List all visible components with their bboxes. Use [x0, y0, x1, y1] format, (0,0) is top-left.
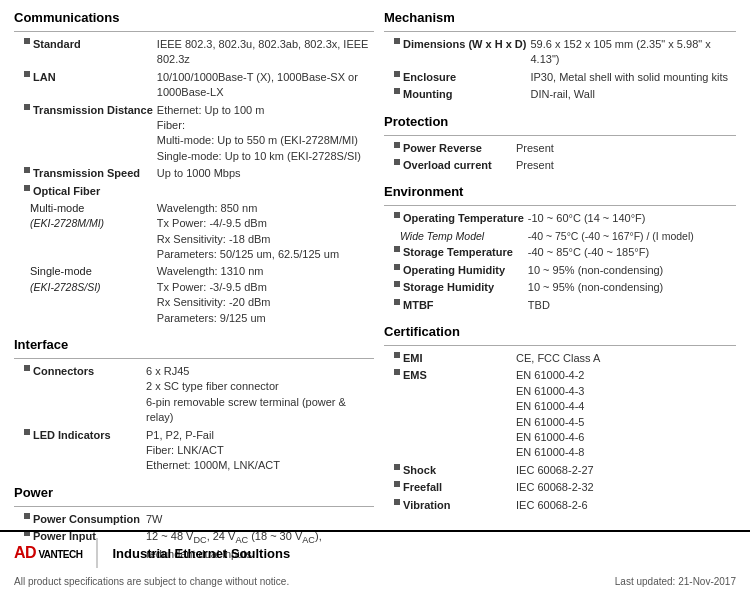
bullet-icon — [394, 481, 400, 487]
label-freefall: Freefall — [384, 479, 514, 496]
section-title-communications: Communications — [14, 10, 374, 25]
value-optical-fiber — [155, 183, 374, 200]
left-column: Communications Standard IEEE 802.3, 802.… — [14, 10, 374, 568]
table-row: Transmission Distance Ethernet: Up to 10… — [14, 102, 374, 166]
value-wide-temp: -40 ~ 75°C (-40 ~ 167°F) / (I model) — [526, 228, 736, 245]
table-row: Enclosure IP30, Metal shell with solid m… — [384, 69, 736, 86]
value-storage-temp: -40 ~ 85°C (-40 ~ 185°F) — [526, 244, 736, 261]
label-lan: LAN — [14, 69, 155, 102]
logo-vantech: VANTECH — [36, 549, 82, 560]
label-operating-temp: Operating Temperature — [384, 210, 526, 227]
value-power-reverse: Present — [514, 140, 736, 157]
value-lan: 10/100/1000Base-T (X), 1000Base-SX or 10… — [155, 69, 374, 102]
footer-title: Industrial Ethernet Soultions — [112, 546, 290, 561]
section-title-mechanism: Mechanism — [384, 10, 736, 25]
value-mtbf: TBD — [526, 297, 736, 314]
bullet-icon — [394, 352, 400, 358]
section-title-certification: Certification — [384, 324, 736, 339]
label-power-reverse: Power Reverse — [384, 140, 514, 157]
bullet-icon — [24, 38, 30, 44]
table-row: Operating Temperature -10 ~ 60°C (14 ~ 1… — [384, 210, 736, 227]
label-storage-temp: Storage Temperature — [384, 244, 526, 261]
table-row: Vibration IEC 60068-2-6 — [384, 497, 736, 514]
table-row: Storage Humidity 10 ~ 95% (non-condensin… — [384, 279, 736, 296]
bullet-icon — [394, 142, 400, 148]
label-multimode: Multi-mode (EKI-2728M/MI) — [14, 200, 155, 264]
table-row: EMI CE, FCC Class A — [384, 350, 736, 367]
right-column: Mechanism Dimensions (W x H x D) 59.6 x … — [384, 10, 736, 568]
communications-table: Standard IEEE 802.3, 802.3u, 802.3ab, 80… — [14, 36, 374, 327]
table-row: Storage Temperature -40 ~ 85°C (-40 ~ 18… — [384, 244, 736, 261]
bullet-icon — [394, 299, 400, 305]
table-row-multimode: Multi-mode (EKI-2728M/MI) Wavelength: 85… — [14, 200, 374, 264]
value-dimensions: 59.6 x 152 x 105 mm (2.35" x 5.98" x 4.1… — [528, 36, 736, 69]
label-mounting: Mounting — [384, 86, 528, 103]
label-standard: Standard — [14, 36, 155, 69]
table-row: Overload current Present — [384, 157, 736, 174]
value-freefall: IEC 60068-2-32 — [514, 479, 736, 496]
bullet-icon — [394, 38, 400, 44]
value-storage-humidity: 10 ~ 95% (non-condensing) — [526, 279, 736, 296]
bullet-icon — [394, 264, 400, 270]
value-led: P1, P2, P-Fail Fiber: LNK/ACT Ethernet: … — [144, 427, 374, 475]
table-row: Mounting DIN-rail, Wall — [384, 86, 736, 103]
environment-table: Operating Temperature -10 ~ 60°C (14 ~ 1… — [384, 210, 736, 314]
bullet-icon — [394, 71, 400, 77]
section-title-protection: Protection — [384, 114, 736, 129]
bullet-icon — [394, 246, 400, 252]
value-vibration: IEC 60068-2-6 — [514, 497, 736, 514]
bullet-icon — [394, 212, 400, 218]
label-storage-humidity: Storage Humidity — [384, 279, 526, 296]
logo-ad: AD — [14, 544, 36, 561]
footer: AD VANTECH Industrial Ethernet Soultions — [0, 530, 750, 574]
value-standard: IEEE 802.3, 802.3u, 802.3ab, 802.3x, IEE… — [155, 36, 374, 69]
label-transmission-speed: Transmission Speed — [14, 165, 155, 182]
protection-table: Power Reverse Present Overload current P… — [384, 140, 736, 175]
footer-disclaimer: All product specifications are subject t… — [14, 576, 289, 587]
table-row: LED Indicators P1, P2, P-Fail Fiber: LNK… — [14, 427, 374, 475]
table-row: MTBF TBD — [384, 297, 736, 314]
label-overload-current: Overload current — [384, 157, 514, 174]
table-row: Operating Humidity 10 ~ 95% (non-condens… — [384, 262, 736, 279]
bullet-icon — [24, 104, 30, 110]
label-dimensions: Dimensions (W x H x D) — [384, 36, 528, 69]
label-emi: EMI — [384, 350, 514, 367]
value-transmission-speed: Up to 1000 Mbps — [155, 165, 374, 182]
bullet-icon — [24, 365, 30, 371]
section-title-power: Power — [14, 485, 374, 500]
table-row: Transmission Speed Up to 1000 Mbps — [14, 165, 374, 182]
bullet-icon — [24, 71, 30, 77]
label-ems: EMS — [384, 367, 514, 461]
value-emi: CE, FCC Class A — [514, 350, 736, 367]
value-mounting: DIN-rail, Wall — [528, 86, 736, 103]
value-singlemode: Wavelength: 1310 nm Tx Power: -3/-9.5 dB… — [155, 263, 374, 327]
bullet-icon — [394, 369, 400, 375]
footer-logo: AD VANTECH — [14, 544, 82, 562]
value-overload-current: Present — [514, 157, 736, 174]
value-enclosure: IP30, Metal shell with solid mounting ki… — [528, 69, 736, 86]
label-shock: Shock — [384, 462, 514, 479]
table-row-singlemode: Single-mode (EKI-2728S/SI) Wavelength: 1… — [14, 263, 374, 327]
value-multimode: Wavelength: 850 nm Tx Power: -4/-9.5 dBm… — [155, 200, 374, 264]
footer-updated: Last updated: 21-Nov-2017 — [615, 576, 736, 587]
value-operating-humidity: 10 ~ 95% (non-condensing) — [526, 262, 736, 279]
label-transmission-distance: Transmission Distance — [14, 102, 155, 166]
value-transmission-distance: Ethernet: Up to 100 m Fiber: Multi-mode:… — [155, 102, 374, 166]
table-row: Power Reverse Present — [384, 140, 736, 157]
label-connectors: Connectors — [14, 363, 144, 427]
value-connectors: 6 x RJ45 2 x SC type fiber connector 6-p… — [144, 363, 374, 427]
value-shock: IEC 60068-2-27 — [514, 462, 736, 479]
certification-table: EMI CE, FCC Class A EMS EN 61000-4-2 EN … — [384, 350, 736, 514]
bullet-icon — [24, 167, 30, 173]
mechanism-table: Dimensions (W x H x D) 59.6 x 152 x 105 … — [384, 36, 736, 104]
label-mtbf: MTBF — [384, 297, 526, 314]
bullet-icon — [394, 464, 400, 470]
table-row: Dimensions (W x H x D) 59.6 x 152 x 105 … — [384, 36, 736, 69]
footer-divider — [96, 538, 98, 568]
table-row: EMS EN 61000-4-2 EN 61000-4-3 EN 61000-4… — [384, 367, 736, 461]
footer-bottom: All product specifications are subject t… — [0, 574, 750, 591]
main-content: Communications Standard IEEE 802.3, 802.… — [0, 0, 750, 568]
bullet-icon — [394, 159, 400, 165]
table-row: Freefall IEC 60068-2-32 — [384, 479, 736, 496]
bullet-icon — [394, 281, 400, 287]
